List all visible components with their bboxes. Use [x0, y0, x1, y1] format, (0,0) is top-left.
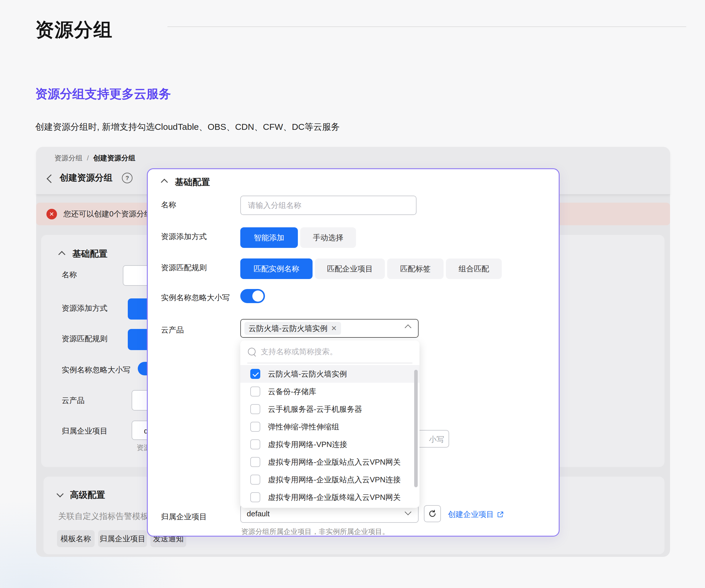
checkbox-icon[interactable]: [250, 475, 260, 485]
breadcrumb-current: 创建资源分组: [93, 154, 135, 162]
overlay-collapse-icon[interactable]: [161, 179, 168, 186]
name-input-wrap: [240, 196, 417, 215]
error-icon: [46, 209, 57, 219]
dropdown-item-label: 虚拟专用网络-企业版站点入云VPN连接: [268, 475, 401, 485]
ignore-case-label: 实例名称忽略大小写: [161, 293, 230, 303]
overlay-section-title: 基础配置: [175, 176, 210, 188]
page: 资源分组 资源分组支持更多云服务 创建资源分组时, 新增支持勾选CloudTab…: [0, 0, 705, 588]
partial-box-text: 小写: [429, 434, 444, 445]
dropdown-item[interactable]: 云防火墙-云防火墙实例: [240, 365, 420, 383]
dropdown-item[interactable]: 虚拟专用网络-企业版终端入云VPN网关: [240, 488, 420, 506]
back-icon[interactable]: [47, 175, 55, 183]
checkbox-icon[interactable]: [250, 404, 260, 414]
name-input[interactable]: [247, 201, 404, 210]
page-title: 资源分组: [35, 17, 113, 43]
match-instance-name-button[interactable]: 匹配实例名称: [240, 258, 313, 279]
cloud-product-dropdown: 云防火墙-云防火墙实例 云备份-存储库 云手机服务器-云手机服务器 弹性伸缩-弹…: [240, 340, 420, 508]
dropdown-item-label: 云防火墙-云防火墙实例: [268, 369, 347, 379]
add-mode-smart-button[interactable]: 智能添加: [240, 227, 298, 248]
breadcrumb-separator: /: [87, 154, 89, 162]
enterprise-project-label: 归属企业项目: [161, 511, 207, 522]
selected-product-tag: 云防火墙-云防火墙实例 ✕: [244, 322, 341, 335]
add-mode-label: 资源添加方式: [161, 232, 207, 242]
enterprise-project-value: default: [247, 509, 270, 519]
advanced-subtitle: 关联自定义指标告警模板: [58, 511, 149, 522]
checked-checkbox-icon[interactable]: [250, 369, 260, 379]
dropdown-item-label: 弹性伸缩-弹性伸缩组: [268, 422, 339, 432]
dropdown-search-input[interactable]: [260, 347, 401, 356]
breadcrumb: 资源分组 / 创建资源分组: [54, 153, 135, 163]
checkbox-icon[interactable]: [250, 387, 260, 396]
cloud-product-select[interactable]: 云防火墙-云防火墙实例 ✕: [240, 319, 419, 338]
bg-label-match-rule: 资源匹配规则: [62, 334, 107, 344]
dropdown-item[interactable]: 虚拟专用网络-企业版站点入云VPN连接: [240, 471, 420, 488]
chip-template-name[interactable]: 模板名称: [57, 530, 95, 547]
enterprise-project-helper: 资源分组所属企业项目，非实例所属企业项目。: [241, 527, 389, 536]
dropdown-item[interactable]: 虚拟专用网络-企业版站点入云VPN网关: [240, 453, 420, 471]
bg-section-title: 基础配置: [72, 248, 107, 260]
ignore-case-toggle[interactable]: [240, 289, 265, 303]
bg-label-cloud-product: 云产品: [62, 395, 85, 406]
title-divider: [168, 27, 686, 27]
cloud-product-label: 云产品: [161, 325, 184, 335]
name-label: 名称: [161, 200, 176, 210]
section-heading: 资源分组支持更多云服务: [35, 86, 171, 102]
bg-label-ignore-case: 实例名称忽略大小写: [62, 365, 130, 375]
refresh-icon: [428, 509, 437, 518]
checkbox-icon[interactable]: [250, 457, 260, 467]
dropdown-search: [240, 340, 420, 363]
search-icon: [248, 348, 255, 355]
dropdown-scrollbar[interactable]: [414, 370, 418, 487]
dropdown-item[interactable]: 云手机服务器-云手机服务器: [240, 400, 420, 418]
dropdown-item[interactable]: 弹性伸缩-弹性伸缩组: [240, 418, 420, 436]
checkbox-icon[interactable]: [250, 422, 260, 432]
body-text: 创建资源分组时, 新增支持勾选CloudTable、OBS、CDN、CFW、DC…: [35, 121, 340, 133]
dropdown-item-label: 虚拟专用网络-企业版站点入云VPN网关: [268, 457, 401, 467]
bg-label-enterprise-project: 归属企业项目: [62, 426, 107, 436]
breadcrumb-parent[interactable]: 资源分组: [54, 154, 83, 162]
create-enterprise-project-link[interactable]: 创建企业项目: [448, 509, 504, 520]
create-enterprise-project-label: 创建企业项目: [448, 509, 494, 520]
help-icon[interactable]: ?: [122, 173, 133, 183]
advanced-section-title: 高级配置: [70, 489, 105, 501]
add-mode-manual-button[interactable]: 手动选择: [300, 227, 356, 248]
bg-label-name: 名称: [62, 270, 77, 280]
dropdown-item-label: 虚拟专用网络-企业版终端入云VPN网关: [268, 492, 401, 502]
external-link-icon: [497, 511, 504, 518]
selected-product-tag-label: 云防火墙-云防火墙实例: [248, 324, 328, 334]
chevron-down-icon: [405, 509, 412, 516]
checkbox-icon[interactable]: [250, 439, 260, 449]
overlay-panel: 基础配置 名称 资源添加方式 智能添加 手动选择 资源匹配规则 匹配实例名称 匹…: [147, 168, 560, 537]
bg-label-add-mode: 资源添加方式: [62, 303, 107, 313]
dropdown-item[interactable]: 虚拟专用网络-VPN连接: [240, 436, 420, 453]
dropdown-item-label: 虚拟专用网络-VPN连接: [268, 439, 347, 450]
refresh-button[interactable]: [424, 505, 441, 522]
chip-enterprise-project[interactable]: 归属企业项目: [98, 530, 147, 547]
dropdown-item-label: 云手机服务器-云手机服务器: [268, 404, 362, 414]
tag-close-icon[interactable]: ✕: [331, 324, 337, 333]
console-page-title: 创建资源分组: [60, 172, 112, 184]
match-combo-button[interactable]: 组合匹配: [446, 258, 502, 279]
match-rule-label: 资源匹配规则: [161, 262, 207, 273]
dropdown-item[interactable]: 云备份-存储库: [240, 383, 420, 400]
chevron-up-icon: [405, 325, 412, 331]
match-enterprise-project-button[interactable]: 匹配企业项目: [315, 258, 385, 279]
dropdown-item-label: 云备份-存储库: [268, 387, 316, 397]
match-tag-button[interactable]: 匹配标签: [387, 258, 443, 279]
expand-icon[interactable]: [56, 490, 63, 497]
alert-text: 您还可以创建0个资源分组,: [63, 209, 154, 219]
checkbox-icon[interactable]: [250, 492, 260, 502]
collapse-icon[interactable]: [58, 251, 65, 258]
